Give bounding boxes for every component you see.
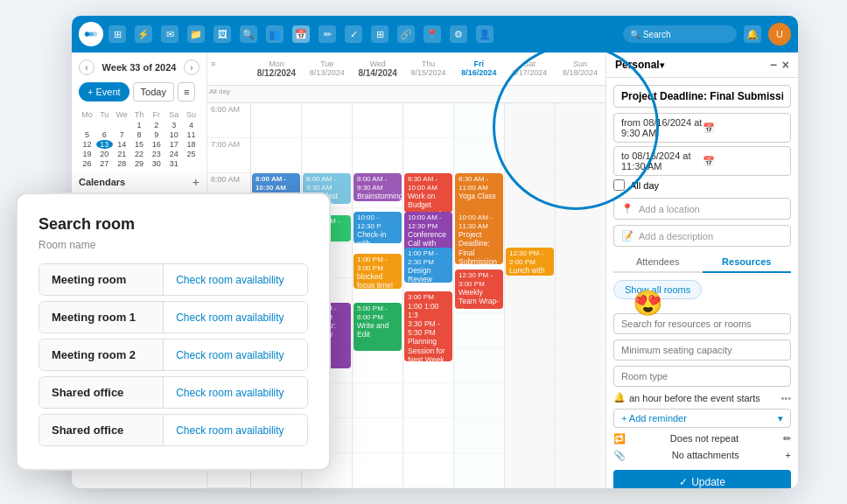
event-wed-3[interactable]: 1:00 PM - 3:00 PM blocked focus time!: [354, 254, 402, 289]
thunder-icon[interactable]: ⚡: [135, 25, 152, 43]
tab-resources[interactable]: Resources: [703, 252, 792, 273]
app-logo: [79, 22, 103, 46]
room-action-1[interactable]: Check room availability: [164, 265, 307, 295]
calendar-icon[interactable]: 📅: [292, 25, 310, 43]
min-seating-input[interactable]: [613, 340, 791, 360]
calendars-title: Calendars: [79, 177, 125, 187]
event-wed-2[interactable]: 10:00 - 12:30 P Check-in with Developmen…: [354, 212, 402, 243]
pencil-icon[interactable]: ✏: [318, 25, 336, 43]
all-day-row: All day: [613, 179, 791, 191]
event-wed-1[interactable]: 8:00 AM - 9:30 AM Brainstorming Session:: [354, 173, 402, 201]
image-icon[interactable]: 🖼: [214, 25, 231, 43]
to-date-row[interactable]: to 08/16/2024 at 11:30 AM 📅: [613, 146, 791, 176]
day-col-sun: [556, 103, 606, 488]
bell-icon: 🔔: [613, 392, 626, 403]
panel-dropdown-icon[interactable]: ▾: [660, 60, 664, 70]
reminder-menu-icon[interactable]: •••: [780, 393, 791, 403]
today-button[interactable]: Today: [133, 82, 174, 102]
room-name-4: Shared office: [39, 377, 164, 408]
update-label: Update: [691, 476, 725, 488]
event-thu-1[interactable]: 8:30 AM - 10:00 AM Work on Budget Foreca…: [404, 173, 452, 213]
topbar-search-icon[interactable]: 🔍 Search: [623, 25, 737, 43]
repeat-edit-icon[interactable]: ✏: [783, 433, 791, 444]
room-action-2[interactable]: Check room availability: [164, 303, 307, 332]
event-fri-3[interactable]: 12:30 PM - 3:00 PM Weekly Team Wrap-Up: [455, 270, 503, 309]
checkmark-icon: ✓: [679, 476, 688, 488]
panel-minimize-button[interactable]: −: [770, 58, 777, 72]
day-header-sun: Sun 8/18/2024: [555, 58, 606, 80]
repeat-label: Does not repeat: [670, 433, 738, 444]
person-icon[interactable]: 👤: [476, 25, 494, 43]
room-name-2: Meeting room 1: [39, 302, 164, 332]
room-row-2[interactable]: Meeting room 1 Check room availability: [38, 301, 308, 333]
add-calendar-icon[interactable]: +: [192, 175, 200, 189]
room-type-input[interactable]: [613, 366, 791, 387]
link-icon[interactable]: 🔗: [397, 25, 415, 43]
location-icon: 📍: [621, 203, 634, 214]
day-col-thu: 8:30 AM - 10:00 AM Work on Budget Foreca…: [403, 103, 454, 488]
event-wed-4[interactable]: 5:00 PM - 6:00 PM Write and Edit: [354, 303, 402, 351]
grid-view-button[interactable]: ≡: [178, 82, 195, 102]
room-row-1[interactable]: Meeting room Check room availability: [38, 263, 308, 296]
sidebar-buttons: + Event Today ≡: [72, 82, 206, 102]
room-row-5[interactable]: Shared office Check room availability: [38, 414, 308, 446]
reminder-row: 🔔 an hour before the event starts •••: [613, 392, 791, 403]
reminder-label: an hour before the event starts: [629, 393, 760, 403]
day-header-fri: Fri 8/16/2024: [453, 58, 504, 80]
pin-icon[interactable]: 📍: [424, 25, 441, 43]
event-fri-2[interactable]: 10:00 AM - 11:30 AM Project Deadline: Fi…: [455, 212, 503, 264]
event-title-input[interactable]: [613, 85, 791, 108]
day-header-sat: Sat 8/17/2024: [504, 58, 555, 80]
week-label: Week 33 of 2024: [102, 62, 177, 73]
add-reminder-button[interactable]: + Add reminder ▾: [613, 409, 791, 428]
room-action-3[interactable]: Check room availability: [164, 340, 307, 370]
panel-close-button[interactable]: ×: [782, 58, 789, 72]
update-button[interactable]: ✓ Update: [613, 470, 791, 488]
modal-title: Search room: [38, 215, 308, 234]
prev-week-button[interactable]: ‹: [79, 60, 94, 75]
add-reminder-label: + Add reminder: [621, 413, 687, 424]
location-field[interactable]: 📍 Add a location: [613, 198, 791, 220]
checkmark-icon[interactable]: ✓: [345, 25, 362, 43]
folder-icon[interactable]: 📁: [187, 25, 205, 43]
tab-attendees[interactable]: Attendees: [613, 252, 703, 271]
search-icon[interactable]: 🔍: [240, 25, 257, 43]
avatar[interactable]: U: [768, 23, 791, 46]
settings-icon[interactable]: ⚙: [450, 25, 467, 43]
apps-icon[interactable]: ⊞: [108, 25, 126, 43]
add-event-button[interactable]: + Event: [79, 82, 130, 102]
attachments-row: 📎 No attachments +: [613, 450, 791, 461]
room-row-3[interactable]: Meeting room 2 Check room availability: [38, 339, 308, 371]
repeat-icon: 🔁: [613, 433, 626, 444]
event-thu-4[interactable]: 3:00 PM 1:00 1:00 1:3 3:30 PM - 5:30 PM …: [404, 291, 452, 361]
to-date-label: to 08/16/2024 at 11:30 AM: [621, 150, 703, 172]
calendar-header: ≡ Mon 8/12/2024 Tue 8/13/2024 Wed 8/14/2…: [207, 52, 606, 86]
room-row-4[interactable]: Shared office Check room availability: [38, 376, 308, 409]
room-name-1: Meeting room: [39, 264, 164, 295]
grid-icon[interactable]: ⊞: [371, 25, 388, 43]
modal-subtitle: Room name: [38, 239, 308, 251]
all-day-checkbox[interactable]: [613, 179, 625, 191]
room-action-5[interactable]: Check room availability: [164, 416, 307, 445]
search-room-modal: Search room Room name Meeting room Check…: [16, 192, 331, 471]
all-day-row: All day: [207, 86, 606, 103]
all-day-label: All day: [630, 180, 659, 191]
description-field[interactable]: 📝 Add a description: [613, 225, 791, 247]
room-action-4[interactable]: Check room availability: [164, 378, 307, 408]
attachments-icon: 📎: [613, 450, 626, 461]
day-header-tue: Tue 8/13/2024: [302, 58, 353, 80]
event-sat-1[interactable]: 12:30 PM - 2:00 PM Lunch with a Friend: [506, 248, 554, 276]
location-placeholder: Add a location: [639, 204, 700, 214]
mail-icon[interactable]: ✉: [161, 25, 178, 43]
description-icon: 📝: [621, 230, 634, 242]
panel-tabs: Attendees Resources: [613, 252, 791, 273]
event-thu-3[interactable]: 1:00 PM - 2:30 PM Design Review Meeting: [404, 248, 452, 283]
repeat-row: 🔁 Does not repeat ✏: [613, 433, 791, 444]
from-date-row[interactable]: from 08/16/2024 at 9:30 AM 📅: [613, 113, 791, 143]
bell-icon[interactable]: 🔔: [744, 25, 761, 43]
add-attachment-icon[interactable]: +: [786, 450, 791, 461]
next-week-button[interactable]: ›: [184, 60, 200, 75]
from-date-label: from 08/16/2024 at 9:30 AM: [621, 117, 703, 138]
people-icon[interactable]: 👥: [266, 25, 284, 43]
day-col-fri: 8:30 AM - 11:00 AM Yoga Class 10:00 AM -…: [454, 103, 505, 488]
